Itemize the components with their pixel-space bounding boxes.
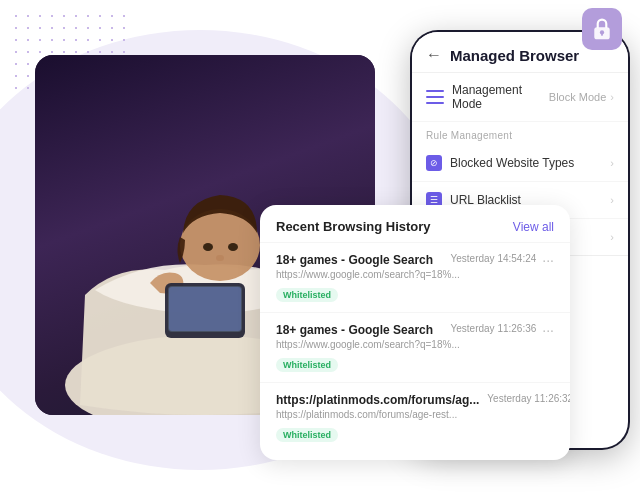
lock-icon [591, 17, 613, 41]
list-item: 18+ games - Google Search Yesterday 14:5… [260, 242, 570, 312]
history-title: Recent Browsing History [276, 219, 431, 234]
whitelisted-badge: Whitelisted [276, 358, 338, 372]
view-all-button[interactable]: View all [513, 220, 554, 234]
back-button[interactable]: ← [426, 46, 442, 64]
list-item: 18+ games - Google Search Yesterday 11:2… [260, 312, 570, 382]
phone-title: Managed Browser [450, 47, 579, 64]
svg-point-4 [216, 255, 224, 261]
chevron-right-icon: › [610, 231, 614, 243]
history-url: https://www.google.com/search?q=18%... [276, 339, 554, 350]
site-name: 18+ games - Google Search [276, 323, 443, 337]
blocked-website-types-row[interactable]: ⊘ Blocked Website Types › [412, 145, 628, 182]
management-mode-row[interactable]: Management Mode Block Mode › [412, 73, 628, 122]
more-options-button[interactable]: ··· [542, 323, 554, 337]
history-time: Yesterday 11:26:36 [451, 323, 537, 334]
chevron-right-icon: › [610, 157, 614, 169]
lock-badge [582, 8, 622, 50]
more-options-button[interactable]: ··· [542, 253, 554, 267]
history-time: Yesterday 11:26:32 [487, 393, 570, 404]
whitelisted-badge: Whitelisted [276, 428, 338, 442]
site-name: https://platinmods.com/forums/ag... [276, 393, 479, 407]
history-url: https://www.google.com/search?q=18%... [276, 269, 554, 280]
history-time: Yesterday 14:54:24 [451, 253, 537, 264]
management-mode-label: Management Mode [452, 83, 549, 111]
site-name: 18+ games - Google Search [276, 253, 443, 267]
chevron-right-icon: › [610, 194, 614, 206]
whitelisted-badge: Whitelisted [276, 288, 338, 302]
chevron-right-icon: › [610, 91, 614, 103]
svg-point-2 [203, 243, 213, 251]
svg-rect-7 [169, 287, 241, 331]
history-header: Recent Browsing History View all [260, 205, 570, 242]
svg-rect-10 [601, 33, 603, 36]
blocked-website-types-label: Blocked Website Types [450, 156, 610, 170]
block-icon: ⊘ [426, 155, 442, 171]
history-panel: Recent Browsing History View all 18+ gam… [260, 205, 570, 460]
sliders-icon [426, 90, 444, 104]
history-url: https://platinmods.com/forums/age-rest..… [276, 409, 554, 420]
management-mode-value: Block Mode [549, 91, 606, 103]
rule-management-section: Rule Management [412, 122, 628, 145]
svg-point-3 [228, 243, 238, 251]
list-item: https://platinmods.com/forums/ag... Yest… [260, 382, 570, 452]
